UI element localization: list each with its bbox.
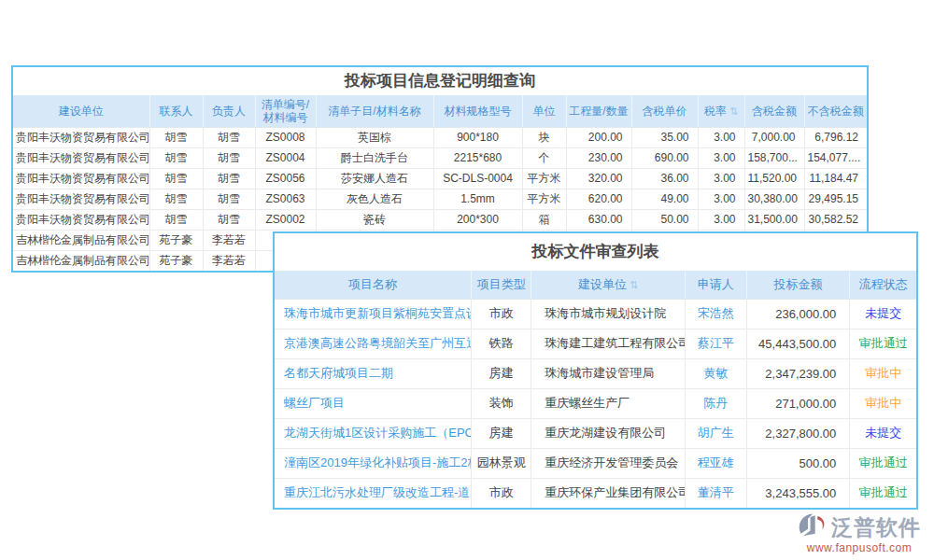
cell: 2215*680 bbox=[433, 147, 522, 168]
applicant-link[interactable]: 董清平 bbox=[685, 478, 746, 508]
cell: 胡雪 bbox=[149, 147, 203, 168]
column-header-5: 流程状态 bbox=[850, 271, 916, 299]
fanpu-logo-text: 泛普软件 bbox=[831, 513, 921, 542]
column-header-5: 材料规格型号 bbox=[433, 95, 522, 127]
cell: 30,582.52 bbox=[804, 209, 867, 230]
cell: 胡雪 bbox=[149, 209, 203, 230]
cell: ZS0002 bbox=[255, 209, 316, 230]
bid-review-title: 投标文件审查列表 bbox=[275, 233, 916, 271]
construction-unit-cell: 重庆龙湖建设有限公司 bbox=[531, 418, 685, 448]
column-header-1: 联系人 bbox=[149, 95, 203, 127]
cell: 3.00 bbox=[698, 189, 744, 209]
status-badge: 审批中 bbox=[850, 388, 916, 418]
bid-review-table-body: 珠海市城市更新项目紫桐苑安置点设计...市政珠海市城市规划设计院宋浩然236,0… bbox=[275, 299, 916, 508]
construction-unit-cell: 珠海市城市规划设计院 bbox=[531, 299, 685, 329]
project-name-link[interactable]: 螺丝厂项目 bbox=[275, 388, 472, 418]
cell: 35.00 bbox=[631, 127, 698, 147]
project-type-cell: 房建 bbox=[472, 418, 531, 448]
column-header-4: 投标金额 bbox=[746, 271, 849, 299]
status-badge: 未提交 bbox=[850, 418, 916, 448]
project-type-cell: 房建 bbox=[472, 358, 531, 388]
cell: ZS0004 bbox=[255, 147, 316, 168]
cell: 620.00 bbox=[566, 189, 631, 209]
bid-amount-cell: 2,327,800.00 bbox=[746, 418, 849, 448]
table-row: 珠海市城市更新项目紫桐苑安置点设计...市政珠海市城市规划设计院宋浩然236,0… bbox=[275, 299, 916, 329]
cell: 灰色人造石 bbox=[316, 189, 433, 209]
table-row: 贵阳丰沃物资贸易有限公司胡雪胡雪ZS0056莎安娜人造石SC-DLS-0004平… bbox=[13, 168, 867, 189]
cell: 胡雪 bbox=[203, 147, 255, 168]
cell: 3.00 bbox=[698, 209, 744, 230]
sort-icon[interactable]: ⇅ bbox=[630, 279, 638, 290]
column-header-1: 项目类型 bbox=[472, 271, 531, 299]
status-badge: 审批中 bbox=[850, 358, 916, 388]
cell: 900*180 bbox=[433, 127, 522, 147]
project-name-link[interactable]: 名都天府城项目二期 bbox=[275, 358, 472, 388]
project-name-link[interactable]: 京港澳高速公路粤境韶关至广州互通路... bbox=[275, 329, 472, 358]
bid-review-table-header: 项目名称项目类型建设单位⇅申请人投标金额流程状态 bbox=[275, 271, 916, 299]
project-type-cell: 园林景观 bbox=[472, 448, 531, 478]
applicant-link[interactable]: 程亚雄 bbox=[685, 448, 746, 478]
table-row: 贵阳丰沃物资贸易有限公司胡雪胡雪ZS0002瓷砖200*300箱630.0050… bbox=[13, 209, 867, 230]
header-row: 建设单位联系人负责人清单编号/材料编号清单子目/材料名称材料规格型号单位工程量/… bbox=[13, 95, 867, 127]
cell: 3.00 bbox=[698, 168, 744, 189]
project-name-link[interactable]: 珠海市城市更新项目紫桐苑安置点设计... bbox=[275, 299, 472, 329]
cell: ZS0056 bbox=[255, 168, 316, 189]
applicant-link[interactable]: 陈丹 bbox=[685, 388, 746, 418]
cell: 平方米 bbox=[522, 189, 566, 209]
column-header-11: 不含税金额 bbox=[804, 95, 867, 127]
cell: 154,077.... bbox=[804, 147, 867, 168]
cell: 块 bbox=[522, 127, 566, 147]
column-header-4: 清单子目/材料名称 bbox=[316, 95, 433, 127]
cell: 李若若 bbox=[203, 230, 255, 250]
cell: 贵阳丰沃物资贸易有限公司 bbox=[13, 147, 149, 168]
cell: 3.00 bbox=[698, 127, 744, 147]
column-header-3: 申请人 bbox=[685, 271, 746, 299]
cell: 李若若 bbox=[203, 250, 255, 271]
cell: 6,796.12 bbox=[804, 127, 867, 147]
bid-amount-cell: 3,243,555.00 bbox=[746, 478, 849, 508]
cell: 贵阳丰沃物资贸易有限公司 bbox=[13, 168, 149, 189]
status-badge: 审批通过 bbox=[850, 478, 916, 508]
column-header-2: 负责人 bbox=[203, 95, 255, 127]
status-badge: 审批通过 bbox=[850, 329, 916, 358]
project-type-cell: 装饰 bbox=[472, 388, 531, 418]
project-name-link[interactable]: 龙湖天街城1区设计采购施工（EPC）... bbox=[275, 418, 472, 448]
project-name-link[interactable]: 重庆江北污水处理厂级改造工程-道路... bbox=[275, 478, 472, 508]
project-name-link[interactable]: 潼南区2019年绿化补贴项目-施工2标段 bbox=[275, 448, 472, 478]
project-type-cell: 市政 bbox=[472, 478, 531, 508]
column-header-7: 工程量/数量 bbox=[566, 95, 631, 127]
table-row: 潼南区2019年绿化补贴项目-施工2标段园林景观重庆经济开发管理委员会程亚雄50… bbox=[275, 448, 916, 478]
sort-icon[interactable]: ⇅ bbox=[729, 105, 738, 117]
column-header-9[interactable]: 税率⇅ bbox=[698, 95, 744, 127]
cell: 莎安娜人造石 bbox=[316, 168, 433, 189]
construction-unit-cell: 重庆经济开发管理委员会 bbox=[531, 448, 685, 478]
table-row: 京港澳高速公路粤境韶关至广州互通路...铁路珠海建工建筑工程有限公司蔡江平45,… bbox=[275, 329, 916, 358]
table-row: 螺丝厂项目装饰重庆螺丝生产厂陈丹271,000.00审批中 bbox=[275, 388, 916, 418]
applicant-link[interactable]: 宋浩然 bbox=[685, 299, 746, 329]
bid-info-query-title: 投标项目信息登记明细查询 bbox=[13, 67, 867, 95]
fanpu-logo: 泛普软件 www.fanpusoft.com bbox=[794, 511, 925, 554]
status-badge: 审批通过 bbox=[850, 448, 916, 478]
cell: 690.00 bbox=[631, 147, 698, 168]
applicant-link[interactable]: 蔡江平 bbox=[685, 329, 746, 358]
cell: 吉林楷伦金属制品有限公司 bbox=[13, 230, 149, 250]
cell: 29,495.15 bbox=[804, 189, 867, 209]
table-row: 贵阳丰沃物资贸易有限公司胡雪胡雪ZS0008英国棕900*180块200.003… bbox=[13, 127, 867, 147]
column-header-10: 含税金额 bbox=[744, 95, 804, 127]
cell: 36.00 bbox=[631, 168, 698, 189]
fanpu-logo-url: www.fanpusoft.com bbox=[794, 541, 925, 554]
cell: 贵阳丰沃物资贸易有限公司 bbox=[13, 209, 149, 230]
cell: 30,380.00 bbox=[744, 189, 804, 209]
column-header-2[interactable]: 建设单位⇅ bbox=[531, 271, 685, 299]
table-row: 贵阳丰沃物资贸易有限公司胡雪胡雪ZS0004爵士白洗手台2215*680个230… bbox=[13, 147, 867, 168]
construction-unit-cell: 珠海建工建筑工程有限公司 bbox=[531, 329, 685, 358]
cell: 爵士白洗手台 bbox=[316, 147, 433, 168]
applicant-link[interactable]: 黄敏 bbox=[685, 358, 746, 388]
cell: 230.00 bbox=[566, 147, 631, 168]
bid-amount-cell: 271,000.00 bbox=[746, 388, 849, 418]
cell: 平方米 bbox=[522, 168, 566, 189]
applicant-link[interactable]: 胡广生 bbox=[685, 418, 746, 448]
cell: 胡雪 bbox=[149, 127, 203, 147]
column-header-6: 单位 bbox=[522, 95, 566, 127]
cell: 200.00 bbox=[566, 127, 631, 147]
